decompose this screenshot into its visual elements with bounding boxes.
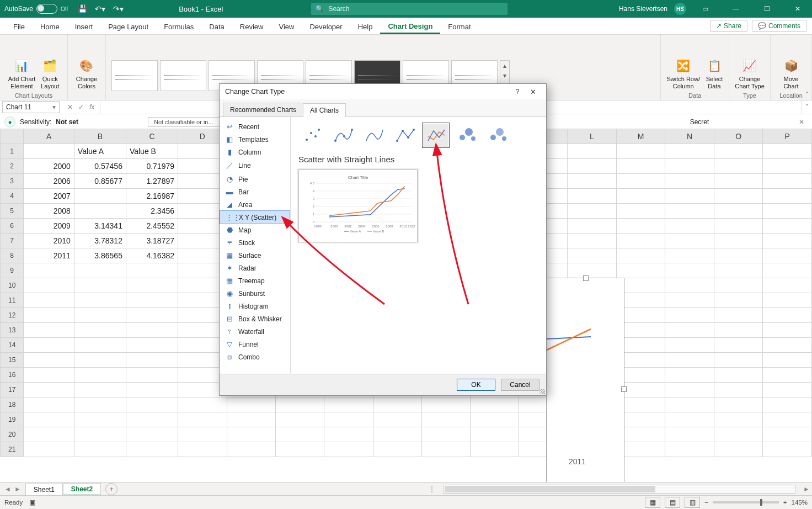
chart-category-area[interactable]: ◢Area [220, 198, 290, 211]
subtype-scatter[interactable] [298, 123, 326, 148]
cell-B15[interactable] [74, 353, 126, 368]
cell-B9[interactable] [74, 263, 126, 278]
cell-P3[interactable] [763, 174, 812, 189]
cell-H21[interactable] [373, 442, 422, 457]
cell-A21[interactable] [24, 442, 74, 457]
cell-N11[interactable] [665, 293, 714, 308]
cell-M4[interactable] [616, 189, 665, 204]
cell-C16[interactable] [126, 368, 178, 383]
chart-preview[interactable]: Chart Title 4.543 210 199820002002 2 [298, 169, 418, 242]
window-close-icon[interactable]: ✕ [786, 0, 810, 18]
sheet-tab-1[interactable]: Sheet1 [25, 484, 63, 495]
cell-B2[interactable]: 0.57456 [74, 159, 126, 174]
name-box[interactable]: Chart 11▾ [2, 101, 60, 113]
cell-O15[interactable] [714, 353, 763, 368]
new-sheet-button[interactable]: + [105, 483, 117, 495]
cell-B16[interactable] [74, 368, 126, 383]
cell-N2[interactable] [665, 159, 714, 174]
select-all-cell[interactable] [1, 129, 24, 144]
row-header-18[interactable]: 18 [1, 397, 24, 412]
ribbon-display-icon[interactable]: ▭ [693, 0, 717, 18]
cell-J19[interactable] [470, 412, 519, 427]
zoom-in-icon[interactable]: + [783, 499, 787, 506]
tab-insert[interactable]: Insert [67, 19, 101, 34]
cell-O7[interactable] [714, 234, 763, 248]
embedded-chart[interactable]: 2011 [546, 278, 624, 500]
cell-E19[interactable] [227, 412, 275, 427]
cell-N14[interactable] [665, 338, 714, 353]
sensitivity-close-icon[interactable]: ✕ [795, 118, 808, 126]
dialog-title-bar[interactable]: Change Chart Type ? ✕ [220, 84, 546, 99]
cell-C17[interactable] [126, 383, 178, 397]
cell-P2[interactable] [763, 159, 812, 174]
cell-D19[interactable] [178, 412, 227, 427]
cell-N12[interactable] [665, 308, 714, 323]
switch-row-column-button[interactable]: 🔀Switch Row/ Column [664, 56, 702, 91]
cell-M9[interactable] [616, 263, 665, 278]
cell-O12[interactable] [714, 308, 763, 323]
redo-icon[interactable]: ↷▾ [113, 4, 124, 13]
sheet-nav-prev-icon[interactable]: ◄ [4, 485, 11, 493]
change-chart-type-button[interactable]: 📈Change Chart Type [733, 56, 767, 91]
cell-P19[interactable] [763, 412, 812, 427]
row-header-13[interactable]: 13 [1, 323, 24, 338]
cell-B21[interactable] [74, 442, 126, 457]
chart-category-sunburst[interactable]: ◉Sunburst [220, 287, 290, 300]
subtype-scatter-smooth[interactable] [360, 123, 388, 148]
cell-N10[interactable] [665, 278, 714, 293]
cell-F18[interactable] [275, 397, 324, 412]
horizontal-scrollbar[interactable] [443, 485, 795, 494]
cell-P12[interactable] [763, 308, 812, 323]
chart-category-map[interactable]: ⬣Map [220, 224, 290, 236]
cell-O18[interactable] [714, 397, 763, 412]
cell-O5[interactable] [714, 204, 763, 219]
cell-L4[interactable] [568, 189, 616, 204]
cell-H20[interactable] [373, 427, 422, 442]
cell-F20[interactable] [275, 427, 324, 442]
cell-P5[interactable] [763, 204, 812, 219]
cell-A20[interactable] [24, 427, 74, 442]
cell-N4[interactable] [665, 189, 714, 204]
cell-O17[interactable] [714, 383, 763, 397]
chart-handle-top[interactable] [583, 275, 589, 281]
row-header-11[interactable]: 11 [1, 293, 24, 308]
cell-A18[interactable] [24, 397, 74, 412]
cell-N18[interactable] [665, 397, 714, 412]
zoom-slider[interactable] [713, 501, 779, 503]
cell-F21[interactable] [275, 442, 324, 457]
cell-G18[interactable] [324, 397, 373, 412]
cell-B8[interactable]: 3.86565 [74, 248, 126, 263]
save-icon[interactable]: 💾 [78, 4, 87, 13]
dialog-resize-grip[interactable] [539, 389, 545, 394]
change-colors-button[interactable]: 🎨Change Colors [74, 56, 100, 91]
cell-N16[interactable] [665, 368, 714, 383]
dialog-help-icon[interactable]: ? [510, 88, 525, 96]
collapse-ribbon-icon[interactable]: ˄ [805, 91, 809, 99]
col-header-C[interactable]: C [126, 129, 178, 144]
zoom-out-icon[interactable]: − [704, 499, 708, 506]
col-header-O[interactable]: O [714, 129, 763, 144]
chart-category-histogram[interactable]: ⫿Histogram [220, 300, 290, 312]
cell-O11[interactable] [714, 293, 763, 308]
cell-I21[interactable] [422, 442, 471, 457]
row-header-17[interactable]: 17 [1, 383, 24, 397]
sensitivity-secret[interactable]: Secret [608, 118, 791, 126]
cell-C1[interactable]: Value B [126, 144, 178, 159]
cell-O16[interactable] [714, 368, 763, 383]
cell-A11[interactable] [24, 293, 74, 308]
subtype-scatter-smooth-markers[interactable] [329, 123, 357, 148]
macro-record-icon[interactable]: ▣ [29, 499, 35, 506]
cell-P17[interactable] [763, 383, 812, 397]
cell-O10[interactable] [714, 278, 763, 293]
cell-N7[interactable] [665, 234, 714, 248]
sheet-tab-2[interactable]: Sheet2 [63, 483, 101, 496]
cell-M3[interactable] [616, 174, 665, 189]
cell-O2[interactable] [714, 159, 763, 174]
row-header-16[interactable]: 16 [1, 368, 24, 383]
cell-O1[interactable] [714, 144, 763, 159]
cell-N17[interactable] [665, 383, 714, 397]
tab-data[interactable]: Data [201, 19, 232, 34]
chart-category-radar[interactable]: ✶Radar [220, 262, 290, 274]
cell-N21[interactable] [665, 442, 714, 457]
autosave-toggle[interactable]: AutoSave Off [0, 4, 72, 14]
